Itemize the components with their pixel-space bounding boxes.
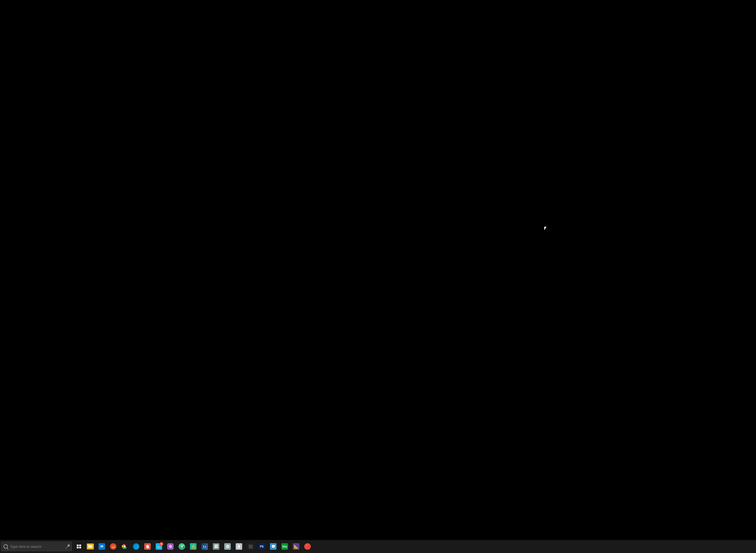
settings-icon: ⚙ <box>224 543 231 550</box>
powershell-button[interactable]: PS <box>256 541 267 552</box>
search-icon <box>4 544 8 549</box>
vscode-icon: 📐 <box>293 543 299 550</box>
app3-button[interactable]: 💬 <box>268 541 279 552</box>
terminal-icon: ⬛ <box>247 543 254 550</box>
wunderlist-button[interactable]: 📋 <box>142 541 153 552</box>
vim-button[interactable]: Vim <box>279 541 290 552</box>
app2-button[interactable]: 🖥 <box>234 541 244 552</box>
taskbar: 🎤 ✉ 🦊 <box>0 540 756 553</box>
mouse-cursor <box>544 227 547 230</box>
app3-icon: 💬 <box>270 543 276 550</box>
keeper-icon: 🔒 <box>190 543 196 550</box>
edge-button[interactable]: 🌐 <box>131 541 142 552</box>
desktop <box>0 0 756 540</box>
app1-icon: ⚙ <box>167 543 174 550</box>
file-explorer-button[interactable] <box>85 541 96 552</box>
taskview-icon <box>77 545 81 548</box>
mail-icon: ✉ <box>98 543 105 550</box>
terminal-button[interactable]: ⬛ <box>245 541 256 552</box>
firefox-button[interactable]: 🦊 <box>108 541 119 552</box>
edge-icon: 🌐 <box>133 543 139 550</box>
mail-button[interactable]: ✉ <box>96 541 107 552</box>
powershell-icon: PS <box>259 543 265 550</box>
network-button[interactable]: 🌍 <box>176 541 187 552</box>
lightroom-button[interactable]: Lr <box>199 541 210 552</box>
keeper-button[interactable]: 🔒 <box>188 541 199 552</box>
svg-point-1 <box>124 546 125 547</box>
vim-icon: Vim <box>281 543 288 550</box>
docker-badge: 9 <box>160 542 163 546</box>
firefox-icon: 🦊 <box>110 543 116 550</box>
wunderlist-icon: 📋 <box>144 543 151 550</box>
photos-button[interactable]: 🖼 <box>211 541 222 552</box>
app2-icon: 🖥 <box>236 543 242 550</box>
file-explorer-icon <box>87 544 94 549</box>
lightroom-icon: Lr <box>201 543 208 550</box>
chrome-icon <box>121 544 128 549</box>
network-icon: 🌍 <box>178 543 185 550</box>
settings-button[interactable]: ⚙ <box>222 541 233 552</box>
photos-icon: 🖼 <box>213 543 219 550</box>
search-input[interactable] <box>10 545 63 549</box>
app1-button[interactable]: ⚙ <box>165 541 176 552</box>
docker-button[interactable]: 🐳 9 <box>154 541 164 552</box>
app4-button[interactable]: 🔴 <box>302 541 313 552</box>
taskview-button[interactable] <box>74 541 84 552</box>
search-bar[interactable]: 🎤 <box>1 542 72 551</box>
vscode-button[interactable]: 📐 <box>290 541 302 552</box>
app4-icon: 🔴 <box>304 543 311 550</box>
chrome-button[interactable] <box>119 541 130 552</box>
microphone-icon[interactable]: 🎤 <box>66 545 69 548</box>
